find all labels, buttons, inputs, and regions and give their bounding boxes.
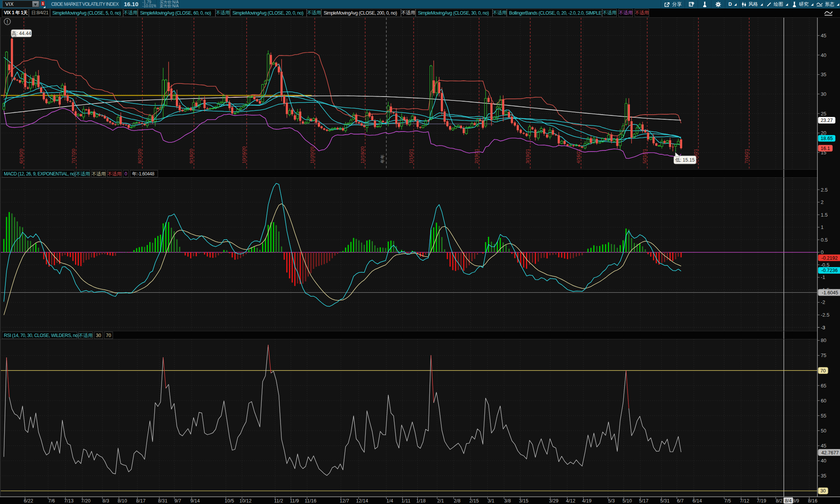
svg-text:6/22: 6/22 [24, 498, 33, 504]
svg-text:3/19/21: 3/19/21 [525, 149, 530, 164]
svg-text:10/12: 10/12 [239, 498, 251, 504]
svg-text:11/16: 11/16 [305, 498, 316, 504]
svg-text:8/3: 8/3 [102, 498, 109, 504]
svg-text:7/17/20: 7/17/20 [71, 149, 76, 164]
svg-text:5/3: 5/3 [608, 498, 615, 504]
svg-text:12/18/20: 12/18/20 [360, 146, 365, 164]
svg-text:16.1: 16.1 [821, 146, 830, 151]
svg-text:40: 40 [821, 458, 826, 464]
svg-text:45: 45 [821, 33, 826, 38]
svg-text:11/20/20: 11/20/20 [310, 147, 314, 164]
svg-text:2/1: 2/1 [437, 498, 444, 504]
svg-text:1/11: 1/11 [401, 498, 410, 504]
svg-text:9/18/20: 9/18/20 [189, 149, 194, 164]
svg-text:3/15: 3/15 [519, 498, 528, 504]
svg-text:7/16/21: 7/16/21 [744, 149, 749, 164]
svg-text:70: 70 [820, 368, 826, 374]
svg-text:-0.7236: -0.7236 [821, 268, 837, 273]
svg-text:0: 0 [821, 249, 823, 255]
svg-text:-2: -2 [821, 299, 825, 305]
svg-text:11/2: 11/2 [274, 498, 283, 504]
svg-text:6/19/20: 6/19/20 [19, 149, 23, 164]
svg-text:7/19: 7/19 [757, 498, 766, 504]
svg-text:23.27: 23.27 [821, 118, 833, 123]
svg-text:-0.2192: -0.2192 [821, 255, 837, 261]
svg-text:不适用: 不适用 [76, 171, 90, 177]
svg-text:不适用: 不适用 [108, 171, 122, 177]
svg-text:35: 35 [821, 72, 826, 77]
svg-text:8/9: 8/9 [792, 498, 799, 504]
svg-text:8/16: 8/16 [808, 498, 817, 504]
svg-text:1/18: 1/18 [416, 498, 426, 504]
svg-text:1/15/21: 1/15/21 [409, 149, 413, 164]
svg-text:5/17: 5/17 [639, 498, 648, 504]
svg-text:10/5: 10/5 [225, 498, 234, 504]
svg-text:7/5: 7/5 [724, 498, 731, 504]
svg-text:9/14: 9/14 [190, 498, 200, 504]
svg-text:7/6: 7/6 [48, 498, 55, 504]
svg-text:7/20: 7/20 [81, 498, 90, 504]
svg-text:1.5: 1.5 [821, 212, 828, 218]
svg-text:1/4: 1/4 [386, 498, 393, 504]
svg-text:6/14: 6/14 [693, 498, 702, 504]
svg-text:2.5: 2.5 [821, 187, 828, 193]
svg-text:RSI (14, 70, 30, CLOSE, WILDER: RSI (14, 70, 30, CLOSE, WILDERS, no) [4, 333, 79, 338]
svg-text:75: 75 [821, 352, 826, 358]
svg-text:50: 50 [821, 428, 826, 434]
svg-text:4/19: 4/19 [582, 498, 591, 504]
svg-text:30: 30 [820, 488, 826, 494]
svg-text:35: 35 [821, 473, 826, 479]
svg-text:-3: -3 [821, 325, 825, 330]
svg-text:70: 70 [106, 333, 111, 338]
svg-text:12/7: 12/7 [340, 498, 349, 504]
svg-text:5/21/21: 5/21/21 [642, 149, 647, 164]
svg-text:1: 1 [821, 224, 823, 230]
svg-text:30: 30 [96, 333, 101, 338]
svg-text:8/2: 8/2 [776, 498, 782, 504]
svg-text:MACD (12, 26, 9, EXPONENTIAL,: MACD (12, 26, 9, EXPONENTIAL, no) [4, 171, 76, 177]
svg-text:42.7677: 42.7677 [821, 450, 838, 456]
svg-text:8/17: 8/17 [136, 498, 145, 504]
svg-text:65: 65 [821, 383, 826, 389]
svg-text:80: 80 [821, 337, 826, 343]
svg-text:60: 60 [821, 398, 826, 404]
svg-text:5/10: 5/10 [623, 498, 632, 504]
svg-text:45: 45 [821, 443, 826, 449]
svg-text:8/31: 8/31 [158, 498, 167, 504]
svg-text:30: 30 [821, 91, 826, 97]
svg-text:年:-1.60448: 年:-1.60448 [132, 171, 155, 177]
svg-text:2: 2 [821, 199, 823, 205]
svg-text:不适用: 不适用 [92, 171, 106, 177]
svg-text:2/15: 2/15 [469, 498, 479, 504]
svg-text:-2.5: -2.5 [821, 312, 829, 318]
svg-text:12/14: 12/14 [356, 498, 368, 504]
svg-text:年年: 年年 [380, 154, 385, 164]
svg-text:3/8: 3/8 [504, 498, 511, 504]
svg-text:3/1: 3/1 [488, 498, 494, 504]
svg-text:40: 40 [821, 52, 826, 58]
svg-text:低: 15.15: 低: 15.15 [675, 157, 695, 163]
svg-text:8/21/20: 8/21/20 [137, 149, 142, 164]
svg-text:!: ! [7, 19, 8, 25]
svg-text:3/29: 3/29 [549, 498, 558, 504]
svg-text:10/16/20: 10/16/20 [242, 146, 246, 164]
svg-text:8/10: 8/10 [118, 498, 127, 504]
svg-text:-0.5: -0.5 [821, 262, 829, 268]
svg-text:25: 25 [821, 111, 826, 117]
svg-text:18.65: 18.65 [821, 136, 833, 141]
svg-text:4/12: 4/12 [566, 498, 575, 504]
svg-text:9/7: 9/7 [174, 498, 181, 504]
svg-text:7/13: 7/13 [64, 498, 73, 504]
svg-text:55: 55 [821, 413, 826, 419]
svg-text:不适用: 不适用 [79, 333, 93, 338]
svg-text:6/7: 6/7 [677, 498, 683, 504]
svg-text:高: 44.44: 高: 44.44 [12, 31, 31, 36]
svg-text:2/8: 2/8 [454, 498, 460, 504]
svg-text:-1.6045: -1.6045 [822, 290, 838, 295]
svg-text:11/9: 11/9 [290, 498, 299, 504]
svg-text:8/4: 8/4 [785, 498, 792, 504]
svg-text:2/19/21: 2/19/21 [474, 149, 479, 164]
svg-text:5/31: 5/31 [660, 498, 670, 504]
svg-text:7/12: 7/12 [740, 498, 749, 504]
svg-text:0.5: 0.5 [821, 237, 828, 243]
